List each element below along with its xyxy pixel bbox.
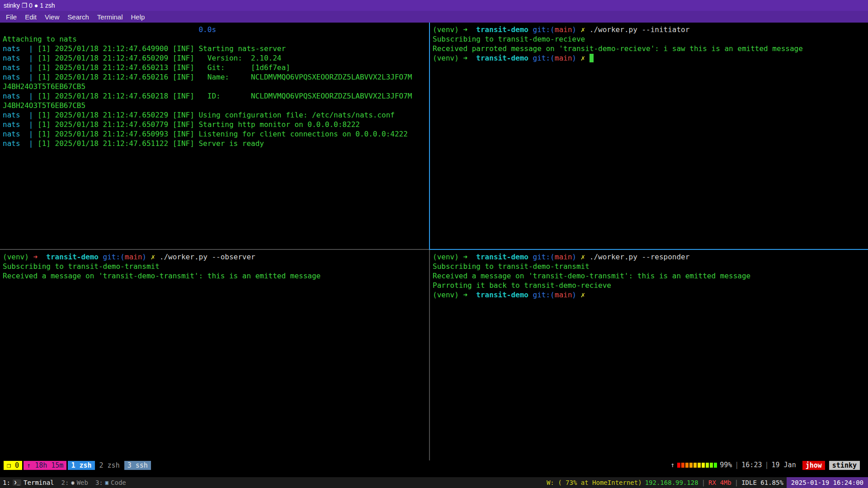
terminal-line: (venv) ➜ transit-demo git:(main) ✗ ./wor… <box>433 252 868 262</box>
terminal-line: J4BH24O3T5T6EB67CB5 <box>3 82 429 91</box>
text-segment: Received a message on 'transit-demo-tran… <box>3 272 321 280</box>
text-segment: (venv) <box>433 253 463 261</box>
separator: | <box>735 479 738 486</box>
text-segment: main <box>555 25 572 34</box>
terminal-line: Received a message on 'transit-demo-tran… <box>433 271 868 281</box>
text-segment: Subscribing to transit-demo-recieve <box>433 35 585 43</box>
meter-block <box>698 463 701 468</box>
terminal-line: Subscribing to transit-demo-transmit <box>433 262 868 271</box>
text-segment: ✗ <box>581 25 590 34</box>
window-index: 1: <box>3 479 10 486</box>
byobu-window-web[interactable]: 2: ◉ Web <box>61 479 88 486</box>
date: 19 Jan <box>772 460 796 470</box>
text-segment: [1] 2025/01/18 21:12:47.650216 [INF] Nam… <box>38 73 412 81</box>
text-segment: nats | <box>3 44 38 53</box>
pane-worker-observer[interactable]: (venv) ➜ transit-demo git:(main) ✗ ./wor… <box>0 250 429 460</box>
host-badge: stinky <box>829 461 860 470</box>
text-segment: main <box>125 253 142 261</box>
separator: | <box>702 479 705 486</box>
text-segment: (venv) <box>433 291 463 299</box>
text-segment: main <box>555 291 572 299</box>
tmux-window-3-ssh[interactable]: 3 ssh <box>124 461 151 470</box>
load-arrow-icon: ↑ <box>670 460 675 470</box>
pane-worker-initiator[interactable]: (venv) ➜ transit-demo git:(main) ✗ ./wor… <box>430 23 868 249</box>
text-segment: ✗ <box>581 291 585 299</box>
network-rate: RX 4Mb <box>708 479 731 486</box>
tmux-status-bar: ❐ 0 ↑ 18h 15m 1 zsh 2 zsh 3 ssh ↑ 99% | … <box>0 460 868 470</box>
terminal-line: nats | [1] 2025/01/18 21:12:47.649900 [I… <box>3 44 429 53</box>
window-label: Terminal <box>24 479 54 486</box>
text-segment: [1] 2025/01/18 21:12:47.650218 [INF] ID:… <box>38 92 412 100</box>
text-segment: ➜ <box>463 54 476 62</box>
tmux-window-2-zsh[interactable]: 2 zsh <box>96 461 123 470</box>
terminal-line: (venv) ➜ transit-demo git:(main) ✗ ./wor… <box>3 252 429 262</box>
window-titlebar[interactable]: stinky ❐ 0 ● 1 zsh <box>0 0 868 11</box>
screen: stinky ❐ 0 ● 1 zsh File Edit View Search… <box>0 0 868 488</box>
text-segment: main <box>555 54 572 62</box>
text-segment: J4BH24O3T5T6EB67CB5 <box>3 82 85 91</box>
wifi-status: W: ( 73% at HomeInternet) <box>547 479 642 486</box>
text-segment: git:( <box>533 291 555 299</box>
text-segment: Parroting it back to transit-demo-reciev… <box>433 281 611 290</box>
menu-help[interactable]: Help <box>127 12 149 22</box>
text-segment: ) <box>572 25 580 34</box>
user-badge: jhow <box>802 461 825 470</box>
terminal-cursor <box>590 54 594 62</box>
text-segment: J4BH24O3T5T6EB67CB5 <box>3 101 85 110</box>
meter-block <box>702 463 705 468</box>
text-segment: nats | <box>3 54 38 62</box>
text-segment: ) <box>142 253 151 261</box>
text-segment: nats | <box>3 120 38 129</box>
text-segment: (venv) <box>433 54 463 62</box>
window-index: 3: <box>95 479 103 486</box>
separator: | <box>764 460 769 470</box>
text-segment: [1] 2025/01/18 21:12:47.650779 [INF] Sta… <box>38 120 360 129</box>
menubar: File Edit View Search Terminal Help <box>0 11 868 23</box>
text-segment: Attaching to nats <box>3 35 77 43</box>
text-segment: Received parroted message on 'transit-de… <box>433 44 803 53</box>
terminal-line: (venv) ➜ transit-demo git:(main) ✗ <box>433 53 868 63</box>
terminal-line: Subscribing to transit-demo-transmit <box>3 262 429 271</box>
text-segment: transit-demo <box>46 253 103 261</box>
terminal-line: Subscribing to transit-demo-recieve <box>433 34 868 44</box>
text-segment: transit-demo <box>476 54 533 62</box>
pane-nats-logs[interactable]: 0.0sAttaching to natsnats | [1] 2025/01/… <box>0 23 429 249</box>
menu-search[interactable]: Search <box>63 12 93 22</box>
terminal-line: Received parroted message on 'transit-de… <box>433 44 868 53</box>
text-segment: nats | <box>3 73 38 81</box>
menu-view[interactable]: View <box>41 12 63 22</box>
text-segment: transit-demo <box>476 25 533 34</box>
text-segment: ➜ <box>33 253 46 261</box>
byobu-window-terminal[interactable]: 1: ❯_ Terminal <box>3 479 54 486</box>
text-segment: (venv) <box>433 25 463 34</box>
menu-edit[interactable]: Edit <box>21 12 41 22</box>
terminal-line: nats | [1] 2025/01/18 21:12:47.651122 [I… <box>3 139 429 148</box>
meter-block <box>710 463 713 468</box>
terminal-line: Parroting it back to transit-demo-reciev… <box>433 281 868 290</box>
text-segment: ) <box>572 54 580 62</box>
tmux-status-right: ↑ 99% | 16:23 | 19 Jan jhow stinky <box>670 460 860 470</box>
tmux-window-1-zsh[interactable]: 1 zsh <box>68 461 94 470</box>
text-segment: git:( <box>533 54 555 62</box>
text-segment: transit-demo <box>476 253 533 261</box>
window-index: 2: <box>61 479 69 486</box>
menu-terminal[interactable]: Terminal <box>93 12 127 22</box>
text-segment: [1] 2025/01/18 21:12:47.650229 [INF] Usi… <box>38 111 395 119</box>
text-segment: nats | <box>3 92 38 100</box>
terminal-line: Received a message on 'transit-demo-tran… <box>3 271 429 281</box>
text-segment: [1] 2025/01/18 21:12:47.650209 [INF] Ver… <box>38 54 281 62</box>
text-segment: ) <box>572 291 580 299</box>
meter-block <box>677 463 680 468</box>
terminal-line: (venv) ➜ transit-demo git:(main) ✗ <box>433 290 868 300</box>
menu-file[interactable]: File <box>2 12 21 22</box>
terminal-line: nats | [1] 2025/01/18 21:12:47.650209 [I… <box>3 53 429 63</box>
byobu-window-code[interactable]: 3: ▣ Code <box>95 479 126 486</box>
idle-percent: IDLE 61.85% <box>741 479 783 486</box>
pane-worker-responder[interactable]: (venv) ➜ transit-demo git:(main) ✗ ./wor… <box>430 250 868 460</box>
text-segment: git:( <box>533 253 555 261</box>
text-segment: ./worker.py --initiator <box>590 25 690 34</box>
window-label: Web <box>77 479 88 486</box>
meter-block <box>693 463 697 468</box>
terminal: 0.0sAttaching to natsnats | [1] 2025/01/… <box>0 23 868 477</box>
text-segment: ✗ <box>581 54 590 62</box>
